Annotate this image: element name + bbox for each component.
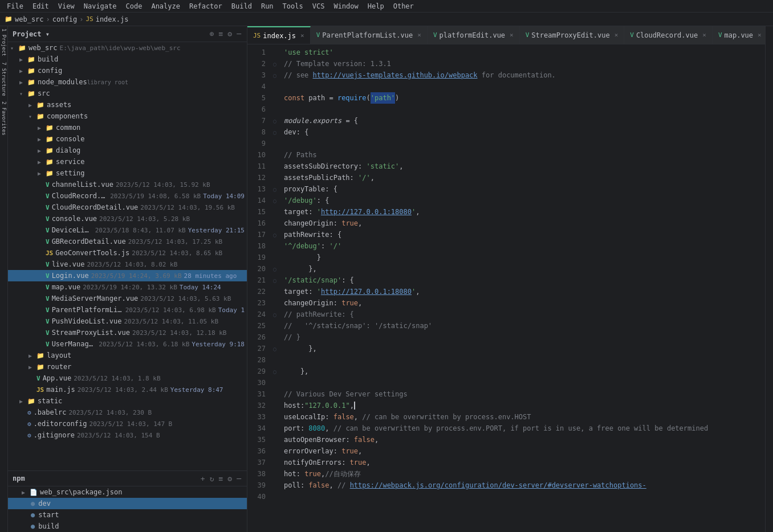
code-line-13[interactable]: proxyTable: {: [279, 183, 765, 195]
tree-item-service[interactable]: ▶📁service: [8, 156, 247, 167]
code-line-34[interactable]: port: 8080, // can be overwritten by pro…: [279, 423, 765, 434]
tree-item-assets[interactable]: ▶📁assets: [8, 99, 247, 111]
code-line-9[interactable]: [279, 138, 765, 149]
tree-item-DeviceList[interactable]: VDeviceList.vue2023/5/18 8:43, 11.07 kB …: [8, 224, 247, 236]
tree-item-dialog[interactable]: ▶📁dialog: [8, 145, 247, 156]
tab-cloud-record[interactable]: VCloudRecord.vue×: [624, 26, 713, 44]
menu-item-tools[interactable]: Tools: [278, 1, 308, 11]
tree-item-Login[interactable]: VLogin.vue2023/5/19 14:24, 3.69 kB 28 mi…: [8, 270, 247, 281]
npm-refresh-btn[interactable]: ↻: [209, 473, 215, 484]
code-line-14[interactable]: '/debug': {: [279, 195, 765, 206]
tree-item-App-vue[interactable]: VApp.vue2023/5/12 14:03, 1.8 kB: [8, 373, 247, 384]
code-line-17[interactable]: pathRewrite: {: [279, 229, 765, 240]
breadcrumb-config[interactable]: config: [52, 15, 77, 23]
tree-item-console-vue[interactable]: Vconsole.vue2023/5/12 14:03, 5.28 kB: [8, 213, 247, 224]
menu-item-code[interactable]: Code: [121, 1, 147, 11]
code-line-33[interactable]: useLocalIp: false, // can be overwritten…: [279, 411, 765, 423]
tree-item-build[interactable]: ▶📁build: [8, 54, 247, 65]
tree-item-src[interactable]: ▾📁src: [8, 88, 247, 99]
code-line-38[interactable]: hot: true,//自动保存: [279, 468, 765, 480]
tree-item-editorconfig[interactable]: ⚙.editorconfig2023/5/12 14:03, 147 B: [8, 418, 247, 429]
breadcrumb-web-src[interactable]: web_src: [15, 15, 44, 23]
tree-item-common[interactable]: ▶📁common: [8, 122, 247, 133]
tree-item-config[interactable]: ▶📁config: [8, 65, 247, 76]
menu-item-analyze[interactable]: Analyze: [147, 1, 185, 11]
collapse-all-btn[interactable]: ≡: [218, 28, 225, 39]
code-line-19[interactable]: }: [279, 252, 765, 263]
tree-item-babelrc[interactable]: ⚙.babelrc2023/5/12 14:03, 230 B: [8, 407, 247, 418]
tab-close-cloud-record[interactable]: ×: [702, 31, 706, 39]
code-line-7[interactable]: module.exports = {: [279, 115, 765, 126]
tab-close-index-js[interactable]: ×: [300, 32, 304, 39]
menu-item-navigate[interactable]: Navigate: [79, 1, 121, 11]
code-line-6[interactable]: [279, 104, 765, 115]
tree-item-PushVideoList[interactable]: VPushVideoList.vue2023/5/12 14:03, 11.05…: [8, 316, 247, 327]
tree-item-StreamProxyList[interactable]: VStreamProxyList.vue2023/5/12 14:03, 12.…: [8, 327, 247, 338]
npm-settings-btn[interactable]: ⚙: [226, 473, 233, 484]
tab-index-js[interactable]: JSindex.js×: [247, 26, 311, 44]
code-line-30[interactable]: [279, 377, 765, 388]
settings-btn[interactable]: ⚙: [226, 28, 233, 39]
code-line-32[interactable]: host:"127.0.0.1",: [279, 400, 765, 411]
code-content[interactable]: 'use strict'// Template version: 1.3.1//…: [279, 44, 765, 532]
tab-close-map-vue[interactable]: ×: [758, 31, 762, 39]
code-line-31[interactable]: // Various Dev Server settings: [279, 388, 765, 400]
code-line-25[interactable]: // '^/static/snap': '/static/snap': [279, 320, 765, 332]
tab-close-platform-edit[interactable]: ×: [510, 31, 514, 39]
code-line-4[interactable]: [279, 81, 765, 92]
menu-item-refactor[interactable]: Refactor: [185, 1, 227, 11]
tree-item-static[interactable]: ▶📁static: [8, 395, 247, 407]
tab-close-parent-platform[interactable]: ×: [417, 31, 421, 39]
tab-stream-proxy[interactable]: VStreamProxyEdit.vue×: [520, 26, 625, 44]
tree-item-CloudRecord[interactable]: VCloudRecord.vue2023/5/19 14:08, 6.58 kB…: [8, 190, 247, 202]
menu-item-vcs[interactable]: VCS: [308, 1, 329, 11]
tree-item-components[interactable]: ▾📁components: [8, 111, 247, 122]
tree-item-UserManager[interactable]: VUserManager.vue2023/5/12 14:03, 6.18 kB…: [8, 338, 247, 350]
npm-package-json[interactable]: ▶ 📄 web_src\package.json: [8, 486, 247, 498]
tree-item-console[interactable]: ▶📁console: [8, 133, 247, 145]
code-line-2[interactable]: // Template version: 1.3.1: [279, 58, 765, 69]
structure-icon[interactable]: 7 Structure: [1, 62, 7, 96]
code-line-29[interactable]: },: [279, 366, 765, 377]
code-line-5[interactable]: const path = require('path'): [279, 92, 765, 104]
npm-script-dev[interactable]: ●dev: [8, 498, 247, 509]
code-line-40[interactable]: [279, 491, 765, 502]
tree-item-layout[interactable]: ▶📁layout: [8, 350, 247, 361]
code-line-39[interactable]: poll: false, // https://webpack.js.org/c…: [279, 480, 765, 491]
code-line-35[interactable]: autoOpenBrowser: false,: [279, 434, 765, 445]
code-line-36[interactable]: errorOverlay: true,: [279, 445, 765, 457]
menu-item-help[interactable]: Help: [363, 1, 389, 11]
tree-item-live[interactable]: Vlive.vue2023/5/12 14:03, 8.02 kB: [8, 259, 247, 270]
menu-item-file[interactable]: File: [2, 1, 28, 11]
tree-item-router[interactable]: ▶📁router: [8, 361, 247, 373]
code-line-27[interactable]: },: [279, 343, 765, 354]
code-line-1[interactable]: 'use strict': [279, 47, 765, 58]
code-line-37[interactable]: notifyOnErrors: true,: [279, 457, 765, 468]
breadcrumb-index-js[interactable]: index.js: [96, 15, 129, 23]
tab-map-vue[interactable]: Vmap.vue×: [713, 26, 765, 44]
code-line-18[interactable]: '^/debug': '/': [279, 240, 765, 252]
tree-item-channelList[interactable]: VchannelList.vue2023/5/12 14:03, 15.92 k…: [8, 179, 247, 190]
code-line-26[interactable]: // }: [279, 332, 765, 343]
menu-item-window[interactable]: Window: [329, 1, 363, 11]
code-line-15[interactable]: target: 'http://127.0.0.1:18080',: [279, 206, 765, 218]
tree-item-ParentPlatformList[interactable]: VParentPlatformList.vue2023/5/12 14:03, …: [8, 304, 247, 316]
npm-add-btn[interactable]: +: [200, 473, 206, 484]
code-line-8[interactable]: dev: {: [279, 126, 765, 138]
tree-item-setting[interactable]: ▶📁setting: [8, 167, 247, 179]
tab-close-stream-proxy[interactable]: ×: [615, 31, 619, 39]
npm-script-start[interactable]: ●start: [8, 509, 247, 521]
code-line-22[interactable]: target: 'http://127.0.0.1:18080',: [279, 286, 765, 297]
minimize-btn[interactable]: ─: [235, 28, 242, 39]
code-line-11[interactable]: assetsSubDirectory: 'static',: [279, 161, 765, 172]
npm-filter-btn[interactable]: ≡: [218, 473, 225, 484]
code-line-20[interactable]: },: [279, 263, 765, 275]
tree-item-map[interactable]: Vmap.vue2023/5/19 14:20, 13.32 kB Today …: [8, 281, 247, 293]
code-line-10[interactable]: // Paths: [279, 149, 765, 161]
code-line-28[interactable]: [279, 354, 765, 366]
tree-item-GBRecordDetail[interactable]: VGBRecordDetail.vue2023/5/12 14:03, 17.2…: [8, 236, 247, 247]
tree-item-CloudRecordDetail[interactable]: VCloudRecordDetail.vue2023/5/12 14:03, 1…: [8, 202, 247, 213]
project-icon[interactable]: 1 Project: [1, 28, 7, 56]
locate-file-btn[interactable]: ⊕: [209, 28, 215, 39]
code-line-23[interactable]: changeOrigin: true,: [279, 297, 765, 309]
